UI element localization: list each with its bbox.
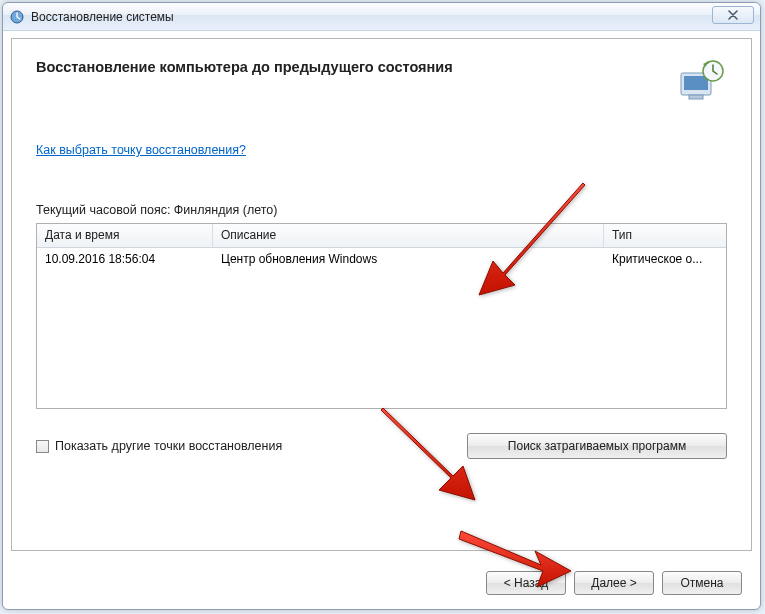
cell-description: Центр обновления Windows [213,249,604,269]
next-button[interactable]: Далее > [574,571,654,595]
page-heading: Восстановление компьютера до предыдущего… [36,59,453,75]
back-button[interactable]: < Назад [486,571,566,595]
restore-icon [9,9,25,25]
cell-date: 10.09.2016 18:56:04 [37,249,213,269]
svg-rect-2 [684,76,708,90]
window-title: Восстановление системы [31,10,174,24]
table-row[interactable]: 10.09.2016 18:56:04 Центр обновления Win… [37,248,726,270]
affected-programs-button[interactable]: Поиск затрагиваемых программ [467,433,727,459]
svg-rect-3 [689,95,703,99]
help-link[interactable]: Как выбрать точку восстановления? [36,143,246,157]
system-restore-window: Восстановление системы Восстановление ко… [2,2,761,610]
show-more-label: Показать другие точки восстановления [55,439,282,453]
timezone-label: Текущий часовой пояс: Финляндия (лето) [36,203,727,217]
table-header: Дата и время Описание Тип [37,224,726,248]
show-more-checkbox[interactable] [36,440,49,453]
column-header-description[interactable]: Описание [213,224,604,247]
column-header-type[interactable]: Тип [604,224,726,247]
cancel-button[interactable]: Отмена [662,571,742,595]
column-header-date[interactable]: Дата и время [37,224,213,247]
cell-type: Критическое о... [604,249,726,269]
system-restore-graphic-icon [675,59,727,103]
footer-buttons: < Назад Далее > Отмена [486,571,742,595]
titlebar: Восстановление системы [3,3,760,31]
close-button[interactable] [712,6,754,24]
restore-points-table: Дата и время Описание Тип 10.09.2016 18:… [36,223,727,409]
content-panel: Восстановление компьютера до предыдущего… [11,38,752,551]
